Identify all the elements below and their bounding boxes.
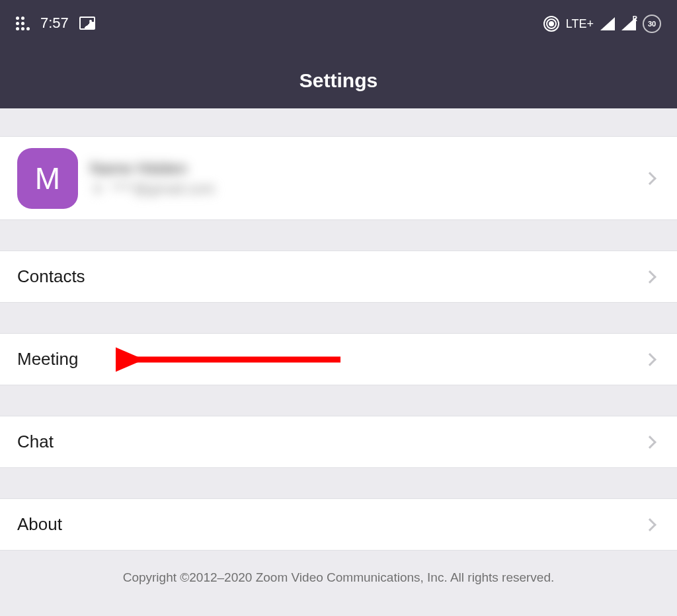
svg-point-0 bbox=[549, 22, 553, 26]
menu-label: About bbox=[17, 514, 62, 535]
battery-icon: 30 bbox=[643, 15, 661, 33]
profile-info: Name Hidden G ****@gmail.com bbox=[90, 159, 215, 198]
photo-icon bbox=[79, 17, 95, 30]
chevron-right-icon bbox=[643, 518, 657, 531]
chevron-right-icon bbox=[643, 270, 657, 284]
profile-row[interactable]: M Name Hidden G ****@gmail.com bbox=[0, 136, 677, 220]
menu-label: Chat bbox=[17, 432, 54, 452]
footer: Copyright ©2012–2020 Zoom Video Communic… bbox=[0, 551, 677, 605]
menu-item-contacts[interactable]: Contacts bbox=[0, 250, 677, 303]
status-left: 7:57 bbox=[16, 15, 95, 32]
google-icon: G bbox=[90, 181, 106, 197]
menu-item-meeting[interactable]: Meeting bbox=[0, 333, 677, 385]
chevron-right-icon bbox=[643, 353, 657, 366]
header: Settings bbox=[0, 53, 677, 108]
profile-email: G ****@gmail.com bbox=[90, 180, 215, 198]
page-title: Settings bbox=[299, 69, 378, 92]
network-label: LTE+ bbox=[566, 17, 594, 31]
content: M Name Hidden G ****@gmail.com Contacts … bbox=[0, 108, 677, 605]
menu-item-about[interactable]: About bbox=[0, 498, 677, 551]
status-bar: 7:57 LTE+ R 30 bbox=[0, 0, 677, 53]
status-time: 7:57 bbox=[40, 15, 69, 32]
blackberry-icon bbox=[16, 17, 30, 30]
menu-item-chat[interactable]: Chat bbox=[0, 416, 677, 468]
signal-icon-2: R bbox=[621, 17, 636, 30]
signal-icon-1 bbox=[600, 17, 615, 30]
menu-label: Meeting bbox=[17, 349, 79, 369]
avatar: M bbox=[17, 148, 78, 209]
status-right: LTE+ R 30 bbox=[543, 15, 661, 33]
profile-name: Name Hidden bbox=[90, 159, 215, 178]
hotspot-icon bbox=[543, 16, 559, 32]
chevron-right-icon bbox=[643, 172, 657, 185]
menu-label: Contacts bbox=[17, 266, 85, 287]
copyright-text: Copyright ©2012–2020 Zoom Video Communic… bbox=[123, 570, 555, 584]
chevron-right-icon bbox=[643, 436, 657, 449]
